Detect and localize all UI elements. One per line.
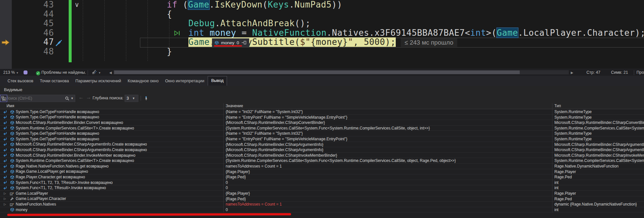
table-row[interactable]: System.Runtime.CompilerServices.CallSite… xyxy=(0,126,644,131)
column-header-name[interactable]: Имя xyxy=(7,103,14,109)
code-text[interactable]: } xyxy=(167,47,172,56)
table-row[interactable]: ▷1Game.LocalPlayer{Rage.Player}Rage.Play… xyxy=(0,191,644,196)
return-value-icon xyxy=(1,131,9,136)
table-row[interactable]: System.Func<T1, T2, T3, TResult>.Invoke … xyxy=(0,180,644,186)
table-row[interactable]: Rage.Player.Character.get возвращено{Rag… xyxy=(0,174,644,180)
back-arrow-icon[interactable]: ← xyxy=(78,94,84,100)
forward-arrow-icon[interactable]: → xyxy=(86,94,91,100)
table-row[interactable]: System.Func<T1, T2, TResult>.Invoke возв… xyxy=(0,185,644,191)
search-input[interactable] xyxy=(4,96,65,101)
tab-точки-останова[interactable]: Точки останова xyxy=(37,77,72,85)
column-indicator[interactable]: Симв: 21 xyxy=(611,69,628,76)
table-row[interactable]: ▷Game.LocalPlayer.Character{Rage.Ped}Rag… xyxy=(0,196,644,202)
row-value: {Rage.Ped} xyxy=(226,174,550,180)
code-token: AttachAndBreak xyxy=(220,18,295,28)
line-number: 46 xyxy=(18,28,54,38)
tab-окно-интерпретации[interactable]: Окно интерпретации xyxy=(162,77,208,85)
column-header-value[interactable]: Значение xyxy=(226,103,243,109)
code-text[interactable]: Debug.AttachAndBreak(); xyxy=(188,19,311,28)
screwdriver-icon[interactable] xyxy=(55,39,63,47)
search-dropdown-icon[interactable]: ▼ xyxy=(69,97,75,100)
code-line[interactable]: 48} xyxy=(0,47,644,56)
horizontal-scrollbar[interactable] xyxy=(113,70,569,74)
table-row[interactable]: Microsoft.CSharp.RuntimeBinder.CSharpArg… xyxy=(0,142,644,148)
value-icon xyxy=(215,41,219,45)
table-row[interactable]: System.Type.GetTypeFromHandle возвращено… xyxy=(0,109,644,115)
table-row[interactable]: Rage.Game.LocalPlayer.get возвращено{Rag… xyxy=(0,169,644,175)
code-line[interactable]: 43if (Game.IsKeyDown(Keys.NumPad5)) xyxy=(0,0,644,10)
search-icon[interactable] xyxy=(65,96,69,101)
expand-arrow-icon[interactable]: ▷ xyxy=(4,196,6,202)
scrollbar-thumb[interactable] xyxy=(114,70,520,74)
table-row[interactable]: ▷1NativeFunction.NativesnamesToAddresses… xyxy=(0,202,644,207)
datatip[interactable]: money 0 xyxy=(212,38,249,47)
expand-arrow-icon[interactable]: ▷ xyxy=(4,202,6,207)
code-line[interactable]: 47Game.DisplaySubtitle($"{money}", 5000)… xyxy=(0,37,644,47)
row-name: System.Type.GetTypeFromHandle возвращено xyxy=(16,136,99,142)
search-depth-combo[interactable]: 3▼ xyxy=(125,95,138,102)
code-text[interactable]: { xyxy=(167,10,172,19)
fold-chevron-icon[interactable]: ∨ xyxy=(73,0,81,10)
row-name: Microsoft.CSharp.RuntimeBinder.Binder.In… xyxy=(16,153,135,158)
row-value: namesToAddresses = Count = 1 xyxy=(226,164,550,169)
ab-box-icon[interactable]: ab xyxy=(0,95,7,102)
tab-командное-окно[interactable]: Командное окно xyxy=(124,77,162,85)
tab-стек-вызовов[interactable]: Стек вызовов xyxy=(4,77,37,85)
return-value-icon xyxy=(1,169,9,174)
row-value: {Name = "Int32" FullName = "System.Int32… xyxy=(226,131,550,136)
table-row[interactable]: System.Runtime.CompilerServices.CallSite… xyxy=(0,158,644,164)
row-name: System.Type.GetTypeFromHandle возвращено xyxy=(16,131,99,136)
code-cleanup-button[interactable]: ▼ xyxy=(91,69,101,76)
line-number: 43 xyxy=(18,0,54,10)
table-row[interactable]: Microsoft.CSharp.RuntimeBinder.CSharpArg… xyxy=(0,147,644,153)
table-row[interactable]: Microsoft.CSharp.RuntimeBinder.Binder.Co… xyxy=(0,120,644,126)
return-value-icon xyxy=(1,137,9,141)
search-box[interactable]: ▼ xyxy=(3,95,75,102)
scroll-right-arrow[interactable]: ▶ xyxy=(571,69,573,76)
flag-pin-icon[interactable] xyxy=(143,95,150,102)
row-type: System.RuntimeType xyxy=(554,136,644,142)
column-header-type[interactable]: Тип xyxy=(554,103,561,109)
spaces-indicator[interactable]: Пробе xyxy=(636,69,644,76)
table-row[interactable]: System.Type.GetTypeFromHandle возвращено… xyxy=(0,131,644,136)
tab-параметры-исключений[interactable]: Параметры исключений xyxy=(72,77,125,85)
row-type: Rage.Player xyxy=(554,169,644,174)
return-value-icon xyxy=(1,115,9,119)
perf-tip[interactable]: ≤ 243 мс прошло xyxy=(401,38,457,47)
row-name: money xyxy=(16,207,27,212)
table-row[interactable]: System.Type.GetTypeFromHandle возвращено… xyxy=(0,115,644,120)
expand-arrow-icon[interactable]: ▷ xyxy=(4,191,6,196)
line-indicator[interactable]: Стр: 47 xyxy=(586,69,600,76)
code-token: $" xyxy=(300,37,311,47)
table-row[interactable]: System.Type.GetTypeFromHandle возвращено… xyxy=(0,136,644,142)
row-type: System.RuntimeType xyxy=(554,115,644,120)
code-token: if xyxy=(167,0,178,10)
value-icon xyxy=(9,164,16,168)
return-value-icon xyxy=(1,142,9,147)
tab-вывод[interactable]: Вывод xyxy=(208,76,227,86)
table-row[interactable]: money0int xyxy=(0,207,644,213)
code-editor[interactable]: 43if (Game.IsKeyDown(Keys.NumPad5))44{45… xyxy=(0,0,644,69)
run-to-cursor-icon[interactable] xyxy=(174,30,181,36)
scroll-left-arrow[interactable]: ◀ xyxy=(109,69,112,76)
row-value: {Rage.Ped} xyxy=(226,196,550,202)
code-line[interactable]: 44{ xyxy=(0,10,644,19)
svg-text:1: 1 xyxy=(11,193,12,195)
value-icon xyxy=(9,142,16,147)
code-line[interactable]: 46int money = NativeFunction.Natives.x3F… xyxy=(0,28,644,38)
execution-pointer-icon[interactable] xyxy=(1,39,10,46)
code-text[interactable]: int money = NativeFunction.Natives.x3F69… xyxy=(188,28,644,38)
code-token: Game xyxy=(188,0,209,10)
pin-icon[interactable] xyxy=(241,41,247,45)
return-value-icon xyxy=(1,126,9,130)
table-row[interactable]: Rage.Native.NativeFunction.Natives.get в… xyxy=(0,164,644,169)
document-health[interactable]: ✓ Проблемы не найдены. xyxy=(36,69,86,76)
status-icon[interactable] xyxy=(24,69,27,76)
table-row[interactable]: Microsoft.CSharp.RuntimeBinder.Binder.In… xyxy=(0,153,644,158)
zoom-control[interactable]: 213 % ▼ xyxy=(3,69,19,76)
tool-window-tabstrip: Стек вызововТочки остановаПараметры искл… xyxy=(0,76,644,86)
code-line[interactable]: 45Debug.AttachAndBreak(); xyxy=(0,19,644,28)
row-name: NativeFunction.Natives xyxy=(16,202,56,207)
code-text[interactable]: if (Game.IsKeyDown(Keys.NumPad5)) xyxy=(167,0,342,10)
row-type: System.Runtime.CompilerServices.CallSite… xyxy=(554,158,644,163)
